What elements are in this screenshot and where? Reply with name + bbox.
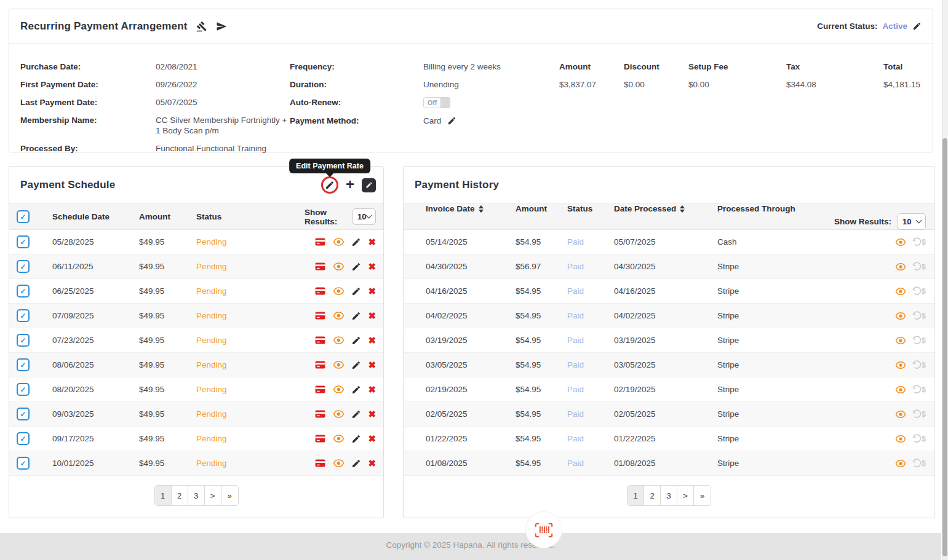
page-button[interactable]: » (694, 486, 711, 505)
gavel-icon[interactable] (196, 21, 207, 32)
edit-icon[interactable] (351, 311, 361, 321)
refund-icon[interactable]: $ (911, 409, 926, 420)
delete-icon[interactable]: ✖ (368, 385, 376, 394)
edit-icon[interactable] (351, 360, 361, 370)
view-icon[interactable] (333, 236, 345, 248)
view-icon[interactable] (895, 261, 906, 272)
charge-card-icon[interactable] (314, 384, 326, 395)
row-checkbox[interactable]: ✓ (17, 408, 30, 420)
scan-fab-button[interactable] (526, 512, 562, 548)
row-checkbox[interactable]: ✓ (17, 334, 30, 347)
view-icon[interactable] (333, 310, 345, 321)
view-icon[interactable] (333, 334, 345, 346)
add-payment-icon[interactable]: + (346, 177, 354, 192)
detail-field: Frequency: Billing every 2 weeks (290, 61, 542, 72)
row-checkbox[interactable]: ✓ (17, 432, 30, 445)
edit-icon[interactable] (351, 286, 361, 296)
row-checkbox[interactable]: ✓ (17, 260, 30, 273)
show-results-select[interactable]: 10 (898, 213, 926, 230)
delete-icon[interactable]: ✖ (368, 262, 376, 271)
charge-card-icon[interactable] (314, 236, 326, 248)
view-icon[interactable] (333, 457, 345, 469)
view-icon[interactable] (895, 286, 906, 297)
delete-icon[interactable]: ✖ (368, 360, 376, 369)
scrollbar-thumb[interactable] (942, 138, 947, 556)
view-icon[interactable] (895, 237, 906, 248)
edit-icon[interactable] (351, 434, 361, 444)
view-icon[interactable] (895, 384, 906, 395)
delete-icon[interactable]: ✖ (368, 434, 376, 443)
refund-icon[interactable]: $ (911, 286, 926, 297)
column-header-invoice-date[interactable]: Invoice Date (412, 204, 516, 213)
charge-card-icon[interactable] (314, 408, 326, 420)
refund-icon[interactable]: $ (911, 237, 926, 248)
edit-icon[interactable] (351, 459, 361, 468)
page-button[interactable]: 1 (155, 486, 172, 505)
view-icon[interactable] (895, 433, 906, 444)
charge-card-icon[interactable] (314, 359, 326, 371)
show-results-select[interactable]: 10 (353, 208, 376, 225)
page-button[interactable]: 2 (172, 486, 188, 505)
charge-card-icon[interactable] (314, 433, 326, 444)
edit-icon[interactable] (351, 336, 361, 345)
view-icon[interactable] (895, 409, 906, 420)
edit-icon[interactable] (351, 237, 361, 247)
scrollbar-track[interactable] (942, 0, 948, 560)
row-checkbox[interactable]: ✓ (17, 285, 30, 298)
view-icon[interactable] (333, 408, 345, 420)
page-button[interactable]: 3 (188, 486, 205, 505)
charge-card-icon[interactable] (314, 310, 326, 321)
edit-icon[interactable] (351, 262, 361, 272)
view-icon[interactable] (895, 335, 906, 346)
refund-icon[interactable]: $ (911, 458, 926, 469)
edit-payment-method-icon[interactable] (447, 116, 456, 125)
view-icon[interactable] (895, 458, 906, 469)
row-checkbox[interactable]: ✓ (17, 309, 30, 322)
schedule-date-cell: 07/23/2025 (49, 336, 133, 345)
delete-icon[interactable]: ✖ (368, 286, 376, 296)
auto-renew-toggle[interactable]: Off (423, 97, 450, 108)
sort-icon[interactable] (680, 205, 685, 213)
page-button[interactable]: > (205, 486, 221, 505)
view-icon[interactable] (895, 310, 906, 321)
delete-icon[interactable]: ✖ (368, 237, 376, 246)
view-icon[interactable] (333, 384, 345, 395)
view-icon[interactable] (333, 433, 345, 444)
delete-icon[interactable]: ✖ (368, 409, 376, 419)
row-checkbox[interactable]: ✓ (17, 358, 30, 371)
refund-icon[interactable]: $ (911, 310, 926, 321)
refund-icon[interactable]: $ (911, 433, 926, 444)
refund-icon[interactable]: $ (911, 360, 926, 371)
delete-icon[interactable]: ✖ (368, 336, 376, 345)
row-checkbox[interactable]: ✓ (17, 457, 30, 470)
sort-icon[interactable] (479, 205, 484, 213)
charge-card-icon[interactable] (314, 457, 326, 469)
page-button[interactable]: 1 (627, 486, 644, 505)
column-header-date-processed[interactable]: Date Processed (614, 204, 717, 213)
page-button[interactable]: > (677, 486, 694, 505)
edit-status-icon[interactable] (912, 22, 922, 31)
edit-icon[interactable] (351, 409, 361, 419)
delete-icon[interactable]: ✖ (368, 311, 376, 320)
page-button[interactable]: 2 (644, 486, 661, 505)
charge-card-icon[interactable] (314, 334, 326, 346)
refund-icon[interactable]: $ (911, 335, 926, 346)
edit-payment-rate-icon[interactable] (325, 180, 335, 190)
view-icon[interactable] (333, 359, 345, 371)
refund-icon[interactable]: $ (911, 384, 926, 395)
page-button[interactable]: 3 (661, 486, 677, 505)
view-icon[interactable] (895, 360, 906, 371)
bulk-edit-icon[interactable] (362, 178, 376, 192)
refund-icon[interactable]: $ (911, 261, 926, 272)
page-button[interactable]: » (221, 486, 238, 505)
charge-card-icon[interactable] (314, 261, 326, 272)
view-icon[interactable] (333, 261, 345, 272)
select-all-checkbox[interactable]: ✓ (17, 210, 30, 223)
charge-card-icon[interactable] (314, 285, 326, 297)
delete-icon[interactable]: ✖ (368, 459, 376, 468)
row-checkbox[interactable]: ✓ (17, 383, 30, 396)
row-checkbox[interactable]: ✓ (17, 235, 30, 248)
send-icon[interactable] (216, 21, 227, 32)
view-icon[interactable] (333, 285, 345, 297)
edit-icon[interactable] (351, 385, 361, 395)
